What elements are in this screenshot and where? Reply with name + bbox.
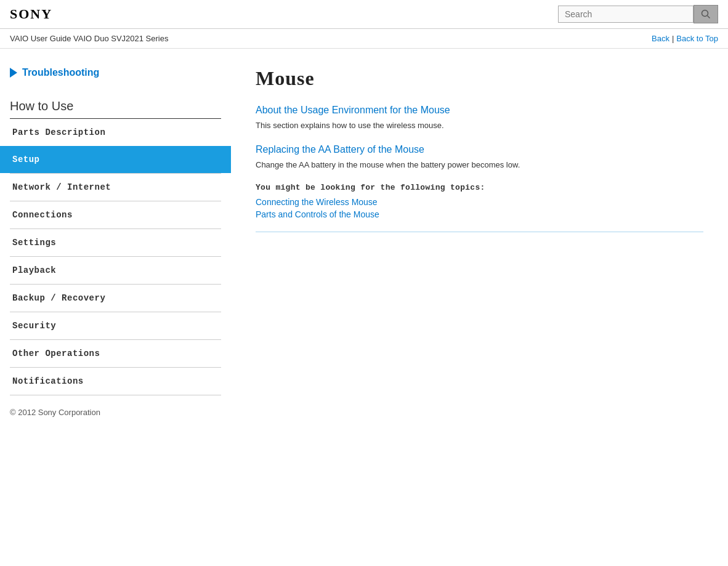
page-title: Mouse [256,67,703,90]
content-separator [256,232,703,232]
footer: © 2012 Sony Corporation [0,395,231,429]
sidebar-item-connections[interactable]: Connections [0,201,231,228]
related-label: You might be looking for the following t… [256,183,703,192]
svg-point-0 [702,10,708,17]
how-to-use-label: How to Use [0,94,231,118]
related-topics-section: You might be looking for the following t… [256,183,703,219]
sidebar-item-backup-recovery[interactable]: Backup / Recovery [0,285,231,312]
search-icon [701,9,711,19]
copyright: © 2012 Sony Corporation [10,408,100,417]
sidebar-item-notifications[interactable]: Notifications [0,368,231,395]
search-button[interactable] [694,5,718,23]
breadcrumb: VAIO User Guide VAIO Duo SVJ2021 Series [10,34,168,43]
sidebar-item-other-operations[interactable]: Other Operations [0,340,231,367]
link-aa-battery[interactable]: Replacing the AA Battery of the Mouse [256,144,703,155]
main: Troubleshooting How to Use Parts Descrip… [0,49,728,541]
header: SONY [0,0,728,29]
troubleshooting-header[interactable]: Troubleshooting [0,61,231,84]
section-aa-battery: Replacing the AA Battery of the Mouse Ch… [256,144,703,171]
sidebar-item-security[interactable]: Security [0,312,231,339]
search-area [558,5,718,23]
search-input[interactable] [558,6,694,23]
sidebar-item-network-internet[interactable]: Network / Internet [0,174,231,201]
navbar: VAIO User Guide VAIO Duo SVJ2021 Series … [0,29,728,49]
sidebar-item-parts-description[interactable]: Parts Description [0,119,231,146]
desc-usage-environment: This section explains how to use the wir… [256,119,703,132]
sidebar: Troubleshooting How to Use Parts Descrip… [0,49,231,541]
related-link-parts-controls[interactable]: Parts and Controls of the Mouse [256,209,703,219]
nav-links: Back | Back to Top [652,34,718,43]
desc-aa-battery: Change the AA battery in the mouse when … [256,159,703,171]
back-to-top-link[interactable]: Back to Top [676,34,718,43]
chevron-right-icon [10,68,17,78]
back-link[interactable]: Back [652,34,669,43]
sidebar-item-settings[interactable]: Settings [0,229,231,256]
nav-separator: | [672,34,674,43]
troubleshooting-label: Troubleshooting [22,67,99,78]
content: Mouse About the Usage Environment for th… [231,49,728,541]
sidebar-item-playback[interactable]: Playback [0,257,231,284]
link-usage-environment[interactable]: About the Usage Environment for the Mous… [256,105,703,116]
section-usage-environment: About the Usage Environment for the Mous… [256,105,703,132]
sidebar-item-setup[interactable]: Setup [0,146,231,173]
svg-line-1 [708,16,710,18]
related-link-wireless-mouse[interactable]: Connecting the Wireless Mouse [256,197,703,207]
sony-logo: SONY [10,6,52,22]
